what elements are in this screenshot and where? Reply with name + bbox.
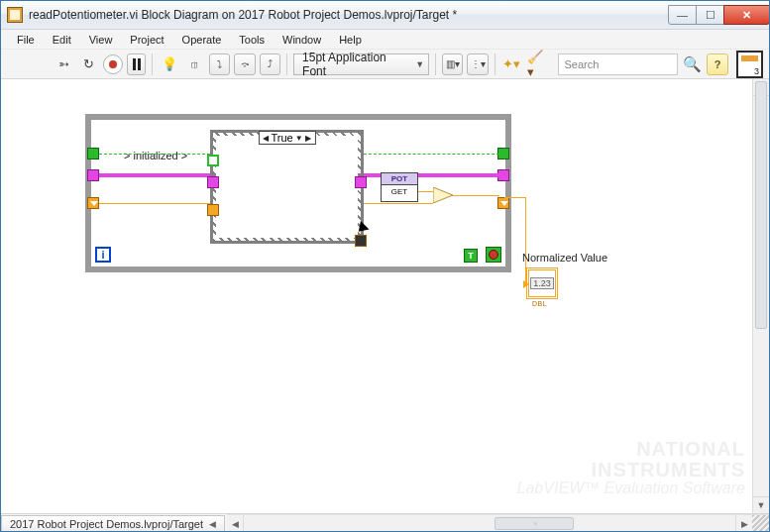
toolbar-separator <box>435 53 436 75</box>
search-input[interactable]: Search <box>558 53 679 75</box>
context-help-button[interactable]: ? <box>707 53 727 75</box>
abort-button[interactable] <box>103 54 122 74</box>
indicator-value: 1.23 <box>530 277 554 289</box>
statusbar: 2017 Robot Project Demos.lvproj/Target ◀… <box>1 513 769 532</box>
vertical-scrollbar[interactable]: ▲ ▼ <box>752 79 769 513</box>
case-selector-value: True <box>271 132 292 144</box>
wire-bool <box>99 154 210 155</box>
block-diagram: > initialized > ◀ True ▼ ▶ <box>85 114 511 272</box>
shift-register-left-num[interactable] <box>87 197 99 209</box>
cleanup-button[interactable]: ✦▾ <box>501 53 522 75</box>
maximize-button[interactable]: ☐ <box>696 5 724 25</box>
shift-register-left-bool[interactable] <box>87 148 99 160</box>
watermark: NATIONAL INSTRUMENTS LabVIEW™ Evaluation… <box>517 439 745 497</box>
reorder-button[interactable]: 🧹▾ <box>526 53 547 75</box>
search-placeholder: Search <box>565 58 600 70</box>
step-over-button[interactable]: ⤼ <box>234 53 255 75</box>
case-tunnel-out[interactable] <box>355 235 367 247</box>
case-next-icon[interactable]: ▼ <box>295 134 303 143</box>
app-icon <box>7 7 23 23</box>
case-prev-icon[interactable]: ◀ <box>263 134 269 143</box>
select-node[interactable] <box>433 187 453 203</box>
menu-project[interactable]: Project <box>122 32 171 48</box>
numeric-indicator[interactable]: 1.23 <box>526 267 558 299</box>
align-button[interactable]: ▥▾ <box>442 53 463 75</box>
toolbar-separator <box>495 53 495 75</box>
hscroll-thumb[interactable] <box>495 517 574 530</box>
indicator-arrow-icon <box>523 280 529 288</box>
run-button[interactable]: ➳ <box>54 53 74 75</box>
close-button[interactable]: ✕ <box>723 5 770 25</box>
window-title: readPotentiometer.vi Block Diagram on 20… <box>29 8 457 22</box>
scroll-down-icon[interactable]: ▼ <box>753 496 769 513</box>
watermark-l2: INSTRUMENTS <box>517 460 745 480</box>
status-tab[interactable]: 2017 Robot Project Demos.lvproj/Target ◀ <box>1 515 225 532</box>
watermark-l3: LabVIEW™ Evaluation Software <box>517 480 745 497</box>
menu-operate[interactable]: Operate <box>174 32 230 48</box>
step-into-button[interactable]: ⤵ <box>209 53 230 75</box>
pot-get-vi[interactable]: POT GET <box>381 172 418 202</box>
while-loop[interactable]: > initialized > ◀ True ▼ ▶ <box>85 114 511 272</box>
case-inner <box>216 136 358 238</box>
hscroll-left-icon[interactable]: ◀ <box>227 515 244 532</box>
watermark-l1: NATIONAL <box>517 439 745 460</box>
shift-register-right-num[interactable] <box>497 197 509 209</box>
menu-tools[interactable]: Tools <box>231 32 273 48</box>
wire-num-left <box>99 203 210 204</box>
pause-button[interactable] <box>127 53 146 75</box>
case-structure[interactable]: ◀ True ▼ ▶ <box>210 130 364 244</box>
tunnel-left-cluster[interactable] <box>87 169 99 181</box>
case-selector[interactable]: ◀ True ▼ ▶ <box>258 131 315 145</box>
case-tunnel-num-in[interactable] <box>207 204 219 216</box>
wire-to-indicator <box>504 197 526 198</box>
scroll-thumb[interactable] <box>755 81 767 329</box>
toolbar-separator <box>152 53 153 75</box>
menu-window[interactable]: Window <box>275 32 329 48</box>
case-tunnel-cluster-out[interactable] <box>355 176 367 188</box>
menu-file[interactable]: File <box>9 32 43 48</box>
menu-view[interactable]: View <box>81 32 121 48</box>
window-controls: — ☐ ✕ <box>668 5 769 25</box>
wire-bool-right <box>364 154 499 155</box>
horizontal-scrollbar[interactable]: ◀ ▶ <box>227 514 769 532</box>
vi-icon[interactable] <box>736 51 763 78</box>
loop-condition-terminal[interactable] <box>486 247 501 263</box>
wire-pot-out <box>418 191 433 192</box>
case-next-icon2[interactable]: ▶ <box>305 134 311 143</box>
block-diagram-canvas[interactable]: > initialized > ◀ True ▼ ▶ <box>1 79 769 513</box>
chevron-down-icon: ▼ <box>415 59 424 69</box>
case-tunnel-bool-in[interactable] <box>207 155 219 166</box>
wire-num-mid <box>364 203 433 204</box>
init-label: > initialized > <box>124 150 187 161</box>
search-icon[interactable]: 🔍 <box>682 53 703 75</box>
run-continuous-button[interactable]: ↻ <box>78 53 99 75</box>
highlight-exec-button[interactable]: 💡 <box>159 53 179 75</box>
window-titlebar: readPotentiometer.vi Block Diagram on 20… <box>1 1 769 30</box>
loop-iteration-terminal[interactable]: i <box>95 247 111 263</box>
toolbar: ➳ ↻ 💡 ⎅ ⤵ ⤼ ⤴ 15pt Application Font ▼ ▥▾… <box>1 50 769 79</box>
toolbar-separator <box>286 53 287 75</box>
boolean-constant[interactable]: T <box>464 249 478 263</box>
indicator-label: Normalized Value <box>522 252 607 264</box>
menu-help[interactable]: Help <box>331 32 370 48</box>
hscroll-right-icon[interactable]: ▶ <box>735 515 752 532</box>
font-selector[interactable]: 15pt Application Font ▼ <box>293 53 429 75</box>
minimize-button[interactable]: — <box>668 5 697 25</box>
font-selector-label: 15pt Application Font <box>302 51 409 78</box>
retain-wire-button[interactable]: ⎅ <box>184 53 205 75</box>
status-tab-label: 2017 Robot Project Demos.lvproj/Target <box>10 518 203 530</box>
indicator-type: DBL <box>532 300 547 307</box>
step-out-button[interactable]: ⤴ <box>260 53 280 75</box>
tab-nav-left-icon[interactable]: ◀ <box>209 519 216 529</box>
wire-gt-out <box>453 195 499 196</box>
menubar: File Edit View Project Operate Tools Win… <box>1 30 769 50</box>
pot-sub: GET <box>382 185 417 196</box>
pot-header: POT <box>382 173 417 185</box>
resize-grip-icon[interactable] <box>752 515 769 532</box>
svg-marker-0 <box>433 187 453 203</box>
menu-edit[interactable]: Edit <box>45 32 79 48</box>
case-tunnel-cluster-in[interactable] <box>207 176 219 188</box>
distribute-button[interactable]: ⋮▾ <box>467 53 488 75</box>
